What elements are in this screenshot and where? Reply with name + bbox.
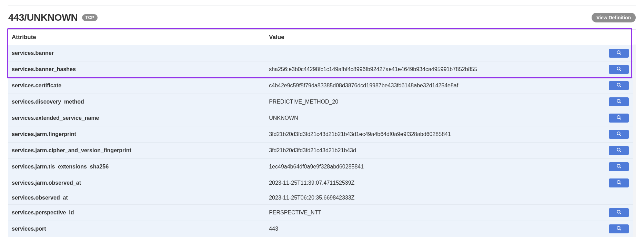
search-button[interactable] (609, 162, 629, 171)
action-cell (579, 78, 636, 94)
search-button[interactable] (609, 146, 629, 155)
svg-line-15 (620, 167, 621, 168)
protocol-badge: TCP (82, 14, 98, 21)
svg-line-1 (620, 53, 621, 54)
table-row: services.certificatec4b42e9c59f8f79da833… (8, 78, 636, 94)
svg-line-7 (620, 102, 621, 103)
value-cell: c4b42e9c59f8f79da83385d08d3876dcd19987be… (265, 78, 579, 94)
search-icon (616, 99, 622, 105)
attribute-table-frame: Attribute Value services.bannerservices.… (8, 29, 636, 237)
attribute-cell: services.observed_at (8, 191, 265, 205)
top-divider (8, 6, 636, 6)
table-row: services.perspective_idPERSPECTIVE_NTT (8, 205, 636, 221)
attribute-cell: services.jarm.observed_at (8, 175, 265, 191)
action-cell (579, 191, 636, 205)
attribute-cell: services.jarm.cipher_and_version_fingerp… (8, 143, 265, 159)
svg-line-11 (620, 134, 621, 135)
svg-line-17 (620, 183, 621, 184)
action-cell (579, 126, 636, 143)
search-button[interactable] (609, 49, 629, 58)
search-icon (616, 226, 622, 232)
search-icon (616, 50, 622, 56)
search-button[interactable] (609, 97, 629, 106)
search-icon (616, 164, 622, 170)
search-icon (616, 147, 622, 154)
header-left: 443/UNKNOWN TCP (8, 12, 98, 23)
view-definition-button[interactable]: View Definition (592, 13, 636, 22)
attribute-cell: services.jarm.tls_extensions_sha256 (8, 159, 265, 175)
action-cell (579, 94, 636, 110)
table-row: services.discovery_methodPREDICTIVE_METH… (8, 94, 636, 110)
action-cell (579, 175, 636, 191)
search-button[interactable] (609, 208, 629, 217)
scrollbar-track[interactable] (633, 45, 636, 237)
value-cell: 443 (265, 221, 579, 237)
col-header-attribute: Attribute (8, 30, 265, 45)
search-button[interactable] (609, 130, 629, 139)
col-header-actions (579, 30, 636, 45)
value-cell: 3fd21b20d3fd3fd21c43d21b21b43d1ec49a4b64… (265, 126, 579, 143)
svg-line-19 (620, 213, 621, 214)
action-cell (579, 205, 636, 221)
search-button[interactable] (609, 81, 629, 90)
value-cell: 1ec49a4b64df0a9e9f328abd60285841 (265, 159, 579, 175)
search-icon (616, 131, 622, 137)
table-row: services.port443 (8, 221, 636, 237)
table-row: services.banner_hashessha256:e3b0c44298f… (8, 61, 636, 78)
table-row: services.extended_service_nameUNKNOWN (8, 110, 636, 126)
svg-line-5 (620, 86, 621, 87)
attribute-cell: services.jarm.fingerprint (8, 126, 265, 143)
svg-line-21 (620, 229, 621, 230)
svg-line-9 (620, 118, 621, 119)
header-row: 443/UNKNOWN TCP View Definition (8, 12, 636, 23)
attribute-cell: services.extended_service_name (8, 110, 265, 126)
attribute-cell: services.perspective_id (8, 205, 265, 221)
action-cell (579, 159, 636, 175)
col-header-value: Value (265, 30, 579, 45)
attribute-cell: services.discovery_method (8, 94, 265, 110)
table-row: services.banner (8, 45, 636, 61)
search-icon (616, 210, 622, 216)
search-button[interactable] (609, 65, 629, 74)
attribute-cell: services.banner (8, 45, 265, 61)
search-icon (616, 66, 622, 72)
search-icon (616, 180, 622, 186)
search-button[interactable] (609, 114, 629, 123)
page-title: 443/UNKNOWN (8, 12, 78, 23)
value-cell: sha256:e3b0c44298fc1c149afbf4c8996fb9242… (265, 61, 579, 78)
action-cell (579, 45, 636, 61)
value-cell: PREDICTIVE_METHOD_20 (265, 94, 579, 110)
search-icon (616, 115, 622, 121)
value-cell: UNKNOWN (265, 110, 579, 126)
value-cell: PERSPECTIVE_NTT (265, 205, 579, 221)
table-row: services.jarm.fingerprint3fd21b20d3fd3fd… (8, 126, 636, 143)
action-cell (579, 221, 636, 237)
search-button[interactable] (609, 178, 629, 187)
value-cell: 2023-11-25T11:39:07.471152539Z (265, 175, 579, 191)
table-header-row: Attribute Value (8, 30, 636, 45)
attribute-cell: services.certificate (8, 78, 265, 94)
value-cell (265, 45, 579, 61)
action-cell (579, 61, 636, 78)
attribute-table: Attribute Value services.bannerservices.… (8, 29, 636, 237)
action-cell (579, 110, 636, 126)
svg-line-13 (620, 151, 621, 152)
search-icon (616, 83, 622, 89)
attribute-cell: services.banner_hashes (8, 61, 265, 78)
svg-line-3 (620, 69, 621, 70)
search-button[interactable] (609, 224, 629, 233)
table-row: services.jarm.cipher_and_version_fingerp… (8, 143, 636, 159)
table-row: services.jarm.tls_extensions_sha2561ec49… (8, 159, 636, 175)
attribute-cell: services.port (8, 221, 265, 237)
table-row: services.observed_at2023-11-25T06:20:35.… (8, 191, 636, 205)
table-row: services.jarm.observed_at2023-11-25T11:3… (8, 175, 636, 191)
value-cell: 3fd21b20d3fd3fd21c43d21b21b43d (265, 143, 579, 159)
value-cell: 2023-11-25T06:20:35.669842333Z (265, 191, 579, 205)
action-cell (579, 143, 636, 159)
